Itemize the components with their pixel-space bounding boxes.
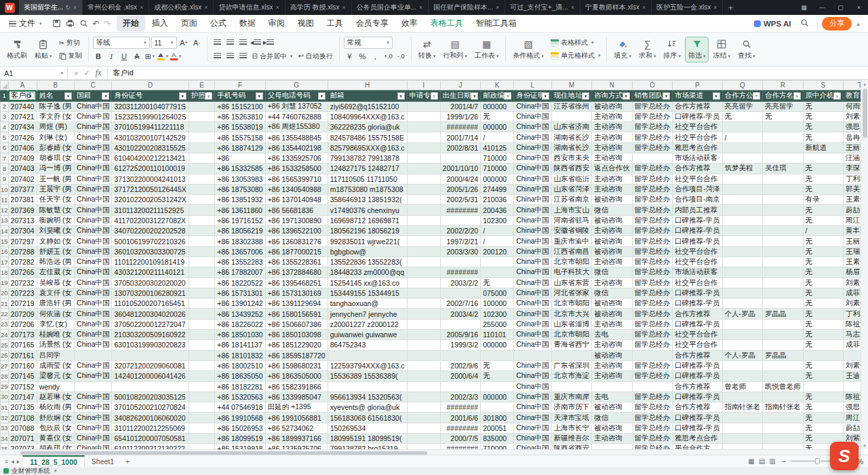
row-number[interactable]: 24 <box>1 330 9 340</box>
file-tab[interactable]: 贷款申请信息.xlsx× <box>214 0 285 15</box>
cell[interactable] <box>407 142 440 153</box>
cell[interactable]: 无 <box>481 278 514 288</box>
wps-ai-button[interactable]: WPS AI <box>749 18 795 29</box>
cell[interactable]: China中国 <box>75 226 112 236</box>
cell[interactable]: 河南省驻马 <box>551 215 592 225</box>
cell[interactable]: 合作方推荐 <box>673 402 723 413</box>
row-number[interactable]: 23 <box>1 319 9 329</box>
cell[interactable]: China中国 <box>75 299 112 309</box>
cell[interactable]: 口碑推荐-学员 <box>673 111 723 121</box>
cell[interactable]: 无 <box>803 340 844 350</box>
cell[interactable]: 周江 <box>844 215 861 225</box>
row-number[interactable]: 25 <box>1 340 9 350</box>
cell[interactable] <box>551 350 592 360</box>
column-header-G[interactable]: G <box>265 81 328 90</box>
cell[interactable]: / <box>803 226 844 236</box>
cell[interactable]: 210303200509160922 <box>112 330 189 340</box>
cell[interactable]: 留学总经办 <box>632 319 673 329</box>
cell[interactable]: +86 1355228361 <box>265 256 328 267</box>
cell[interactable] <box>763 215 804 225</box>
cell[interactable] <box>407 413 440 423</box>
cell[interactable]: 去电 <box>592 392 633 402</box>
cell[interactable]: China中国 <box>75 132 112 142</box>
taskbar-app-label[interactable]: 业财管理系统 <box>12 467 50 475</box>
cell[interactable]: 微信 <box>592 267 633 278</box>
cell[interactable] <box>763 371 804 381</box>
cell[interactable]: 刘素佳 <box>844 360 861 370</box>
increase-font-button[interactable]: A+ <box>178 37 190 48</box>
row-number[interactable]: 6 <box>1 142 9 153</box>
cell[interactable]: 150269534 <box>328 423 407 433</box>
cell[interactable]: 胡睿琪 (女 <box>37 153 74 163</box>
normal-view-icon[interactable]: ▦ <box>748 457 754 465</box>
cell[interactable]: 筑梦美程 <box>722 164 763 174</box>
cell[interactable]: 刘琳 (女) <box>37 132 74 142</box>
cell[interactable] <box>763 330 804 340</box>
cell[interactable]: 2005/9/16 <box>440 330 481 340</box>
cell[interactable]: 824578486 15575158E <box>328 132 407 142</box>
cell[interactable]: China中国 <box>75 256 112 267</box>
cell[interactable]: 去电 <box>592 330 633 340</box>
cell[interactable]: China中国 <box>514 434 551 444</box>
cell[interactable]: China中国 <box>75 413 112 423</box>
cell[interactable]: 2000/4/24 <box>440 174 481 184</box>
menu-tab-插入[interactable]: 插入 <box>146 16 174 31</box>
cell[interactable] <box>803 350 844 360</box>
cell[interactable] <box>189 423 215 433</box>
column-header-M[interactable]: M <box>551 81 592 90</box>
cell[interactable]: 吴佳琪 <box>763 164 804 174</box>
cell[interactable] <box>328 381 407 392</box>
header-cell[interactable]: ▾销售团队 <box>632 90 673 102</box>
align-top-button[interactable] <box>212 50 223 62</box>
cell[interactable]: 2005/1/26 <box>440 184 481 194</box>
cell[interactable]: +86 周煜155380 <box>265 122 328 132</box>
cell[interactable]: 主动咨询 <box>592 256 633 267</box>
cell[interactable]: 370502200012272047 <box>112 319 189 329</box>
cell[interactable] <box>189 299 215 309</box>
cell[interactable] <box>763 236 804 246</box>
cell[interactable]: 310113200211152925 <box>112 205 189 215</box>
row-number[interactable]: 26 <box>1 350 9 360</box>
cell[interactable]: 207421 <box>8 111 37 121</box>
cell[interactable]: 袁文仟 (女 <box>37 288 74 298</box>
cell[interactable]: wendy <box>37 381 74 392</box>
cell[interactable]: 王晨宇 (男 <box>37 184 74 194</box>
row-number[interactable]: 17 <box>1 256 9 267</box>
cell[interactable]: 207409 <box>8 153 37 163</box>
filter-dropdown-icon[interactable]: ▾ <box>64 92 72 100</box>
cell[interactable] <box>722 444 763 449</box>
cell[interactable]: 075000 <box>481 288 514 298</box>
cell[interactable]: China中国 <box>514 381 551 392</box>
close-button[interactable]: × <box>850 0 868 15</box>
cell[interactable]: 207265 <box>8 267 37 278</box>
cell[interactable]: China中国 <box>514 226 551 236</box>
cell[interactable]: 何雨涛 <box>844 101 861 111</box>
page-layout-view-icon[interactable]: ▤ <box>759 457 765 465</box>
cell[interactable]: 河北省张家 <box>551 288 592 298</box>
cell[interactable]: 留学总经办 <box>632 288 673 298</box>
cell[interactable]: 142401200006041426 <box>112 371 189 381</box>
cell[interactable]: 无 <box>803 330 844 340</box>
cell[interactable]: 山东省东营 <box>551 278 592 288</box>
cell[interactable]: +86 15026953 <box>215 423 265 433</box>
decrease-decimal-icon[interactable]: -.0 <box>395 51 407 62</box>
zoom-slider[interactable] <box>790 460 833 462</box>
row-number[interactable]: 9 <box>1 174 9 184</box>
cell[interactable] <box>189 215 215 225</box>
cell[interactable]: China中国 <box>514 267 551 278</box>
cell[interactable]: 207304 <box>8 226 37 236</box>
cell[interactable]: 207282 <box>8 256 37 267</box>
cell[interactable]: 15232519990126402S <box>112 111 189 121</box>
cell[interactable]: 无 <box>803 392 844 402</box>
cell[interactable]: 207135 <box>8 402 37 413</box>
font-name-select[interactable]: 等线▾ <box>93 37 150 49</box>
cell[interactable]: China中国 <box>75 423 112 433</box>
cell[interactable]: 无 <box>481 360 514 370</box>
cell[interactable]: 雅思考点合作 <box>673 142 723 153</box>
cell[interactable] <box>763 256 804 267</box>
cell[interactable]: 207209 <box>8 309 37 319</box>
cell[interactable]: 留学总经办 <box>632 434 673 444</box>
cell[interactable]: 陈敏慧 (女 <box>37 205 74 215</box>
header-cell[interactable]: ▾咨询方式 <box>592 90 633 102</box>
cell[interactable]: China中国 <box>75 402 112 413</box>
